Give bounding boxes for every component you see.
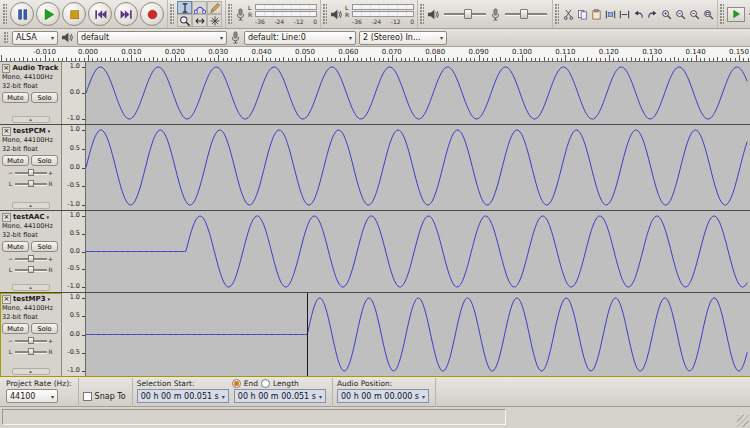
track-close-button[interactable]: × (2, 213, 11, 222)
waveform-area[interactable] (86, 125, 750, 210)
end-radio[interactable] (232, 379, 241, 388)
gain-slider[interactable]: −+ (2, 336, 59, 345)
slider-thumb[interactable] (28, 266, 34, 273)
pan-slider[interactable]: LR (2, 347, 59, 356)
timeline-tick (687, 58, 688, 61)
timeline-tick (344, 58, 345, 61)
audio-position-field[interactable]: 00 h 00 m 00.000 s ▾ (337, 389, 429, 403)
multi-tool-button[interactable] (207, 14, 222, 27)
selection-start-field[interactable]: 00 h 00 m 00.051 s ▾ (137, 389, 229, 403)
recording-meter[interactable]: LR-36-24-120 (248, 4, 317, 25)
selection-end-field[interactable]: 00 h 00 m 00.051 s ▾ (234, 389, 326, 403)
undo-button[interactable] (632, 7, 644, 21)
pan-right-label: R (48, 348, 54, 356)
track-control-panel[interactable]: × testAAC▾ Mono, 44100Hz 32-bit float Mu… (0, 211, 62, 292)
zoom-in-button[interactable] (660, 7, 672, 21)
timeline-ruler[interactable]: -0.0100.0000.0100.0200.0300.0400.0500.06… (0, 47, 750, 62)
track-control-panel[interactable]: × Audio Track▾ Mono, 44100Hz 32-bit floa… (0, 62, 62, 124)
track-vertical-ruler[interactable]: 1.00.50.0-0.5-1.0 (62, 211, 86, 292)
track-vertical-ruler[interactable]: 1.00.0-1.0 (62, 62, 86, 124)
track-control-panel[interactable]: × testPCM▾ Mono, 44100Hz 32-bit float Mu… (0, 125, 62, 210)
waveform-area[interactable] (86, 293, 750, 376)
mute-button[interactable]: Mute (2, 155, 29, 166)
silence-button[interactable] (618, 7, 630, 21)
slider-thumb[interactable] (464, 9, 472, 19)
timeline-label: 0.040 (252, 48, 272, 56)
toolbar-grabber[interactable] (555, 4, 559, 24)
toolbar-grabber[interactable] (420, 4, 424, 24)
toolbar-grabber[interactable] (720, 4, 724, 24)
play-at-speed-button[interactable] (727, 7, 745, 22)
paste-button[interactable] (590, 7, 602, 21)
slider-thumb[interactable] (28, 255, 34, 262)
draw-tool-button[interactable] (207, 1, 222, 14)
gain-slider[interactable]: −+ (2, 168, 59, 177)
trim-button[interactable] (604, 7, 616, 21)
copy-button[interactable] (576, 7, 588, 21)
track-name-menu[interactable]: testPCM▾ (13, 127, 50, 135)
track-collapse-button[interactable]: ▴ (12, 202, 50, 209)
track-control-panel[interactable]: × testMP3▾ Mono, 44100Hz 32-bit float Mu… (0, 293, 62, 376)
track-collapse-button[interactable]: ▴ (12, 368, 50, 375)
selection-tool-button[interactable] (177, 1, 192, 14)
zoom-project-button[interactable] (702, 7, 714, 21)
track-vertical-ruler[interactable]: 1.00.50.0-0.5-1.0 (62, 125, 86, 210)
redo-button[interactable] (646, 7, 658, 21)
solo-button[interactable]: Solo (31, 323, 58, 334)
recording-device-combo[interactable]: default: Line:0 ▾ (244, 31, 356, 45)
stop-button[interactable] (62, 2, 86, 26)
zoom-selection-button[interactable] (688, 7, 700, 21)
output-volume-slider[interactable] (442, 7, 488, 21)
slider-thumb[interactable] (28, 337, 34, 344)
timeshift-tool-button[interactable] (192, 14, 207, 27)
solo-button[interactable]: Solo (31, 155, 58, 166)
playback-device-combo[interactable]: default ▾ (77, 31, 227, 45)
track-close-button[interactable]: × (2, 64, 10, 73)
track-collapse-button[interactable]: ▴ (12, 116, 50, 123)
waveform-area[interactable] (86, 211, 750, 292)
toolbar-grabber[interactable] (3, 4, 7, 24)
play-icon (40, 6, 57, 23)
track-close-button[interactable]: × (2, 295, 11, 304)
gain-slider[interactable]: −+ (2, 254, 59, 263)
recording-channels-combo[interactable]: 2 (Stereo) In... ▾ (359, 31, 447, 45)
zoom-out-button[interactable] (674, 7, 686, 21)
skip-to-start-button[interactable] (88, 2, 112, 26)
slider-thumb[interactable] (28, 169, 34, 176)
toolbar-grabber[interactable] (228, 4, 232, 24)
track-name-menu[interactable]: testAAC▾ (13, 213, 49, 221)
solo-button[interactable]: Solo (31, 92, 58, 103)
track-name-menu[interactable]: Audio Track▾ (12, 64, 59, 72)
snap-to-checkbox[interactable] (83, 392, 92, 401)
mute-button[interactable]: Mute (2, 241, 29, 252)
track-collapse-button[interactable]: ▴ (12, 284, 50, 291)
mute-button[interactable]: Mute (2, 92, 29, 103)
waveform-area[interactable] (86, 62, 750, 124)
cut-button[interactable] (562, 7, 574, 21)
play-button[interactable] (36, 2, 60, 26)
slider-thumb[interactable] (520, 9, 528, 19)
zoom-tool-button[interactable] (177, 14, 192, 27)
track-vertical-ruler[interactable]: 1.00.50.0-0.5-1.0 (62, 293, 86, 376)
playback-meter[interactable]: LR-36-24-120 (345, 4, 414, 25)
slider-thumb[interactable] (28, 348, 34, 355)
solo-button[interactable]: Solo (31, 241, 58, 252)
project-rate-combo[interactable]: 44100 ▾ (6, 389, 58, 403)
toolbar-grabber[interactable] (170, 4, 174, 24)
slider-thumb[interactable] (28, 180, 34, 187)
track-name-menu[interactable]: testMP3▾ (13, 295, 50, 303)
pan-slider[interactable]: LR (2, 179, 59, 188)
audio-host-combo[interactable]: ALSA ▾ (12, 31, 58, 45)
skip-to-end-button[interactable] (114, 2, 138, 26)
record-button[interactable] (140, 2, 164, 26)
mute-button[interactable]: Mute (2, 323, 29, 334)
toolbar-grabber[interactable] (4, 32, 8, 43)
input-volume-slider[interactable] (503, 7, 549, 21)
envelope-tool-button[interactable] (192, 1, 207, 14)
toolbar-grabber[interactable] (323, 4, 327, 24)
length-radio[interactable] (261, 379, 270, 388)
resize-grip[interactable] (737, 415, 749, 427)
pan-slider[interactable]: LR (2, 265, 59, 274)
pause-button[interactable] (10, 2, 34, 26)
track-close-button[interactable]: × (2, 127, 11, 136)
